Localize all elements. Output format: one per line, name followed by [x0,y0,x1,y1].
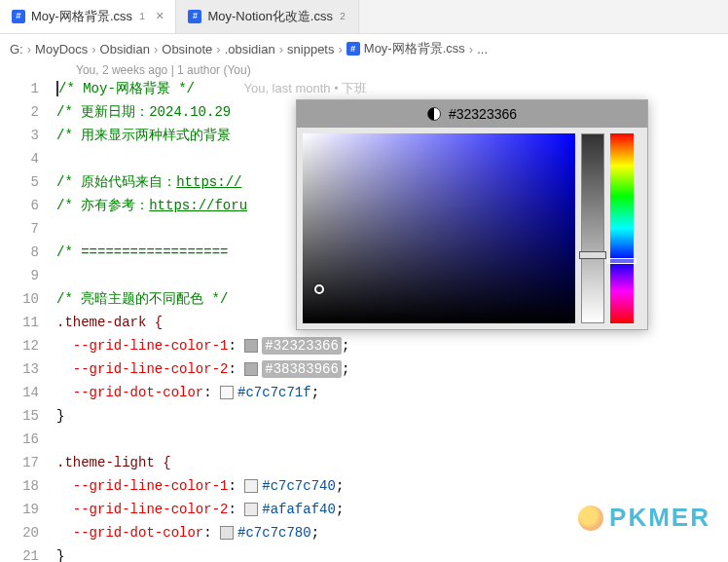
modified-indicator: 1 [138,13,146,20]
code-text: --grid-line-color-2 [73,361,229,377]
crumb[interactable]: G: [10,42,23,56]
hue-slider[interactable] [610,133,634,323]
chevron-right-icon: › [27,42,31,56]
color-swatch[interactable] [244,479,258,493]
crumb[interactable]: Moy-网格背景.css [364,40,465,57]
chevron-right-icon: › [154,42,158,56]
crumb[interactable]: snippets [287,42,334,56]
line-numbers: 123456789101112131415161718192021 [0,77,56,562]
git-blame-annotation: You, 2 weeks ago | 1 author (You) [0,63,728,77]
css-icon: # [12,10,25,23]
color-swatch[interactable] [244,362,258,376]
breadcrumb: G:› MoyDocs› Obsidian› Obsinote› .obsidi… [0,34,728,63]
contrast-icon [427,107,441,121]
hue-thumb[interactable] [607,258,637,264]
chevron-right-icon: › [338,42,342,56]
code-text: .theme-dark { [56,315,163,330]
color-picker-hex[interactable]: #32323366 [449,106,517,122]
code-text: /* 亦有参考： [56,198,149,213]
color-picker-header: #32323366 [297,100,647,128]
link-text[interactable]: https://foru [149,198,247,213]
alpha-slider[interactable] [581,133,604,323]
watermark-icon [578,506,603,531]
code-text: --grid-line-color-1 [73,338,229,354]
code-text: } [56,544,728,562]
inline-blame: You, last month • 下班 [243,81,367,95]
color-picker-popup[interactable]: #32323366 [296,99,648,330]
modified-indicator: 2 [339,13,346,20]
tab-file-1[interactable]: # Moy-网格背景.css 1 × [0,0,176,33]
link-text[interactable]: https:// [176,174,241,190]
tab-label: Moy-网格背景.css [31,8,132,25]
color-value[interactable]: #38383966 [262,360,342,378]
chevron-right-icon: › [216,42,220,56]
color-value[interactable]: #afafaf40 [262,502,336,517]
chevron-right-icon: › [469,42,473,56]
tab-file-2[interactable]: # Moy-Notion化改造.css 2 [176,0,359,33]
code-text: --grid-line-color-2 [73,502,229,517]
saturation-value-field[interactable] [303,133,575,323]
code-text: --grid-dot-color [73,525,203,541]
color-value[interactable]: #32323366 [262,337,342,355]
css-icon: # [188,10,201,23]
chevron-right-icon: › [279,42,283,56]
color-value[interactable]: #c7c7c740 [262,478,336,494]
code-text: /* 原始代码来自： [56,174,176,190]
tab-bar: # Moy-网格背景.css 1 × # Moy-Notion化改造.css 2 [0,0,728,34]
color-swatch[interactable] [244,339,258,353]
crumb[interactable]: .obsidian [225,42,275,56]
close-icon[interactable]: × [156,9,164,24]
crumb[interactable]: ... [477,42,488,56]
color-swatch[interactable] [244,503,258,516]
code-text: --grid-line-color-1 [73,478,229,494]
code-text: /* Moy-网格背景 */ [58,81,195,96]
color-value[interactable]: #c7c7c71f [237,385,311,400]
tab-label: Moy-Notion化改造.css [207,8,333,25]
crumb[interactable]: Obsidian [100,42,150,56]
code-text: } [56,404,728,428]
css-icon: # [346,42,360,56]
color-swatch[interactable] [220,526,234,540]
watermark: PKMER [578,503,710,533]
crumb[interactable]: Obsinote [162,42,212,56]
code-text: .theme-light { [56,455,171,470]
color-swatch[interactable] [220,386,234,399]
chevron-right-icon: › [91,42,95,56]
watermark-text: PKMER [609,503,710,533]
color-value[interactable]: #c7c7c780 [237,525,311,541]
alpha-thumb[interactable] [579,251,606,259]
sv-cursor[interactable] [314,284,324,294]
crumb[interactable]: MoyDocs [35,42,88,56]
code-text: --grid-dot-color [73,385,203,400]
